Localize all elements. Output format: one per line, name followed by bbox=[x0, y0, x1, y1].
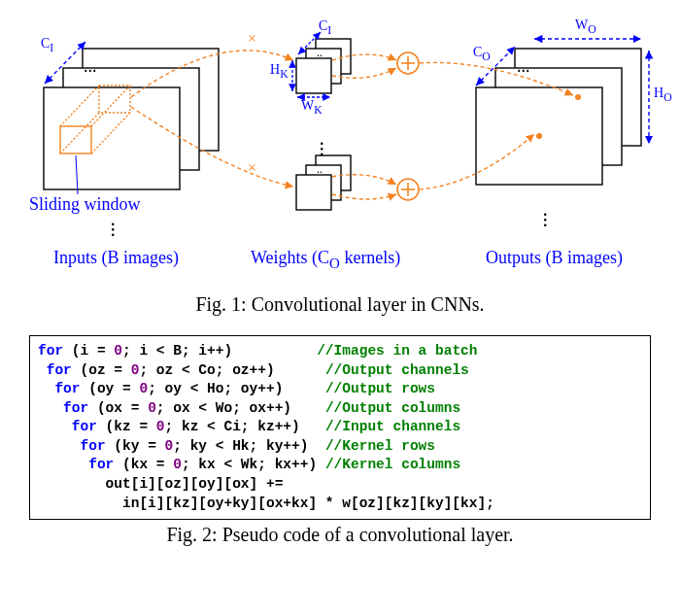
svg-rect-14 bbox=[296, 58, 331, 93]
svg-rect-2 bbox=[44, 87, 180, 189]
weights-label: Weights (CO kernels) bbox=[251, 248, 400, 272]
fig1-caption: Fig. 1: Convolutional layer in CNNs. bbox=[0, 293, 680, 316]
svg-text:×: × bbox=[248, 30, 256, 47]
conv-diagram: ... ... .. .. ... ... bbox=[0, 0, 680, 291]
inputs-label: Inputs (B images) bbox=[53, 248, 179, 268]
svg-text:...: ... bbox=[107, 222, 131, 238]
ci-label: CI bbox=[41, 36, 53, 54]
svg-text:...: ... bbox=[316, 141, 340, 157]
hk-label: HK bbox=[270, 62, 289, 81]
svg-text:..: .. bbox=[317, 162, 323, 176]
svg-rect-21 bbox=[296, 175, 331, 210]
fig2-caption: Fig. 2: Pseudo code of a convolutional l… bbox=[0, 524, 680, 546]
wo-label: WO bbox=[575, 17, 596, 36]
pseudocode-box: for (i = 0; i < B; i++) //Images in a ba… bbox=[29, 335, 651, 520]
svg-text:...: ... bbox=[517, 56, 530, 76]
co-label: CO bbox=[473, 45, 491, 63]
svg-text:×: × bbox=[248, 159, 256, 176]
svg-text:...: ... bbox=[539, 212, 563, 228]
svg-text:..: .. bbox=[317, 46, 323, 59]
svg-text:...: ... bbox=[84, 56, 97, 76]
svg-point-35 bbox=[575, 94, 581, 100]
outputs-label: Outputs (B images) bbox=[486, 248, 623, 268]
sliding-window-label: Sliding window bbox=[29, 194, 141, 215]
ho-label: HO bbox=[654, 86, 672, 104]
ci-kernel-label: CI bbox=[319, 18, 331, 37]
svg-point-34 bbox=[536, 133, 542, 139]
wk-label: WK bbox=[301, 98, 323, 117]
